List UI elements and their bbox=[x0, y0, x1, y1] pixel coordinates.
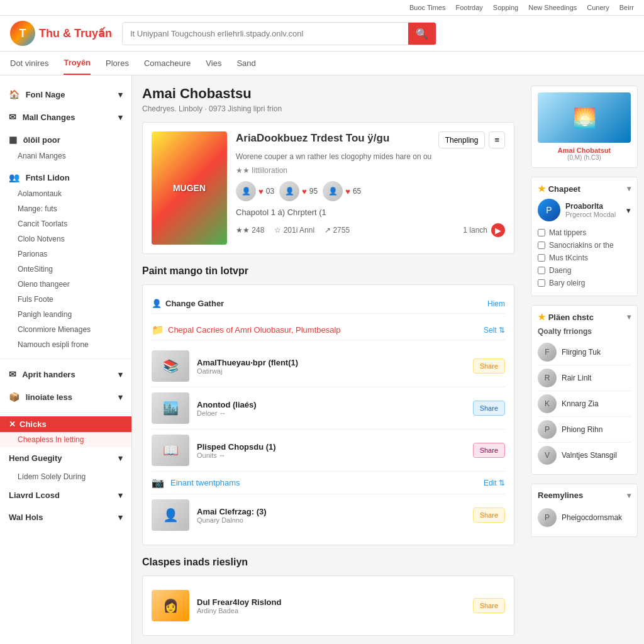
section2-sub-0: Ardiny Badea bbox=[197, 607, 465, 614]
sidebar-header-hend[interactable]: Hend Guegity ▾ bbox=[0, 450, 131, 467]
stat-2: ↗ 2755 bbox=[325, 226, 350, 235]
sidebar-item-panigh[interactable]: Panigh leanding bbox=[0, 307, 131, 322]
stat-0: ★★ 248 bbox=[236, 226, 264, 235]
logo: T Thu & Truyấn bbox=[10, 21, 112, 46]
sidebar-item-clcon[interactable]: Clconmiore Mienages bbox=[0, 322, 131, 337]
folder-action[interactable]: Selt ⇅ bbox=[484, 326, 505, 335]
camera-text: Einant twentphams bbox=[170, 478, 240, 487]
sidebar-header-aprit[interactable]: ✉ Aprit handers ▾ bbox=[0, 365, 131, 383]
sidebar-highlight-chicks[interactable]: ✕ Chicks bbox=[0, 416, 131, 432]
sidebar-item-pario[interactable]: Parionas bbox=[0, 247, 131, 262]
chevron-icon-4: ▾ bbox=[118, 453, 123, 463]
sidebar-header-mall[interactable]: ✉ Mall Changes ▾ bbox=[0, 108, 131, 126]
camera-action[interactable]: Edit ⇅ bbox=[484, 479, 505, 487]
list-item-img-1: 🏙️ bbox=[152, 392, 189, 424]
sidebar-item-lidem[interactable]: Lídem Solely During bbox=[0, 469, 131, 484]
camera-row: 📷 Einant twentphams Edit ⇅ bbox=[152, 472, 505, 494]
checkbox-3[interactable] bbox=[538, 267, 545, 274]
collapse-icon-2[interactable]: ▾ bbox=[627, 313, 631, 321]
sort-button[interactable]: ≡ bbox=[489, 131, 505, 148]
checkbox-2[interactable] bbox=[538, 254, 545, 262]
folder-link[interactable]: 📁 Chepal Cacries of Amri Oluobasur, Plum… bbox=[152, 320, 505, 340]
nav-item-5[interactable]: Sand bbox=[236, 52, 255, 74]
right-card-reemy: Reemylines ▾ P Pheigocdornsmak bbox=[531, 484, 638, 537]
checkbox-0[interactable] bbox=[538, 229, 545, 236]
share-button-last[interactable]: Share bbox=[473, 508, 505, 523]
search-input[interactable] bbox=[123, 24, 408, 43]
sidebar-header-oloit[interactable]: ▦ ôlôil poor bbox=[0, 131, 131, 148]
sidebar-item-fuls[interactable]: Fuls Foote bbox=[0, 292, 131, 307]
content-area: Amai Chobastsu Chedryes. Linboly · 0973 … bbox=[132, 75, 525, 644]
sidebar-section-hend: Hend Guegity ▾ bbox=[0, 447, 131, 469]
right-card-reemy-header: Reemylines ▾ bbox=[538, 491, 631, 500]
share-button-1[interactable]: Share bbox=[473, 401, 505, 416]
topnav-link-5[interactable]: Beirr bbox=[619, 4, 634, 11]
collapse-icon-profile[interactable]: ▾ bbox=[626, 206, 631, 215]
search-button[interactable]: 🔍 bbox=[408, 23, 436, 45]
friend-name-1: Rair Linlt bbox=[562, 374, 591, 382]
sidebar-item-mange[interactable]: Mange: futs bbox=[0, 201, 131, 216]
topnav-link-2[interactable]: Sopping bbox=[493, 4, 518, 11]
avatar-num-1: 95 bbox=[309, 187, 318, 196]
sidebar-item-cancit[interactable]: Cancit Toorlats bbox=[0, 216, 131, 231]
checkbox-4[interactable] bbox=[538, 279, 545, 287]
section1-header-action[interactable]: Hiem bbox=[487, 299, 505, 308]
friends-section-title: Qoalty frriongs bbox=[538, 327, 631, 336]
sidebar-item-oleno[interactable]: Oleno thangeer bbox=[0, 277, 131, 292]
topnav-link-1[interactable]: Footrday bbox=[455, 4, 482, 11]
right-card-friends-header: ★ Pläen chstc ▾ bbox=[538, 312, 631, 322]
collapse-icon-1[interactable]: ▾ bbox=[627, 184, 631, 193]
sidebar-item-clolo[interactable]: Clolo Notvens bbox=[0, 231, 131, 247]
right-card-chapeet-header: ★ Chapeet ▾ bbox=[538, 184, 631, 194]
checkbox-1[interactable] bbox=[538, 242, 545, 249]
sidebar-header-liavrd[interactable]: Liavrd Lcosd ▾ bbox=[0, 487, 131, 504]
section2-title-0: Dul Frear4loy Rislond bbox=[197, 597, 465, 607]
topnav-link-4[interactable]: Cunery bbox=[587, 4, 609, 11]
play-button[interactable]: ▶ bbox=[491, 223, 505, 237]
topnav-link-3[interactable]: New Sheedings bbox=[528, 4, 577, 11]
friend-avatar-3: P bbox=[538, 420, 557, 439]
section2-share-0[interactable]: Share bbox=[473, 598, 505, 613]
sidebar-item-namo[interactable]: Namouch esipli frone bbox=[0, 337, 131, 352]
right-top-sublabel: (0,M) (h.C3) bbox=[538, 154, 631, 161]
filter-button[interactable]: Thenpling bbox=[438, 131, 486, 148]
sidebar-header-fonl[interactable]: 🏠 Fonl Nage ▾ bbox=[0, 86, 131, 103]
friend-3: P Phiong Rihn bbox=[538, 417, 631, 443]
nav-item-1[interactable]: Troyên bbox=[64, 52, 91, 75]
list-item-title-last: Amai Clefrzag: (3) bbox=[197, 507, 465, 516]
nav-item-2[interactable]: Plores bbox=[106, 52, 129, 74]
checklist: Mat tippers Sanocriakins or the Mus tKci… bbox=[538, 226, 631, 289]
section1-card: 👤 Change Gather Hiem 📁 Chepal Cacries of… bbox=[142, 284, 514, 545]
page-title: Amai Chobastsu bbox=[142, 86, 514, 102]
chevron-icon-3: ▾ bbox=[118, 392, 123, 402]
share-button-0[interactable]: Share bbox=[473, 358, 505, 374]
sidebar-item-anani[interactable]: Anani Manges bbox=[0, 148, 131, 164]
sidebar-header-fntsl[interactable]: 👥 Fntsl Lidon bbox=[0, 169, 131, 186]
nav-item-3[interactable]: Comacheure bbox=[144, 52, 191, 74]
friend-name-3: Phiong Rihn bbox=[562, 425, 602, 434]
friend-0: F Flirging Tuk bbox=[538, 340, 631, 365]
avatar-group-2: 👤 ♥ 65 bbox=[323, 181, 361, 201]
reemy-name-0: Pheigocdornsmak bbox=[562, 513, 622, 522]
sidebar-section-fonl: 🏠 Fonl Nage ▾ bbox=[0, 83, 131, 106]
sidebar-item-conte[interactable]: OnteSiting bbox=[0, 262, 131, 277]
collapse-icon-3[interactable]: ▾ bbox=[627, 491, 631, 500]
reemy-0: P Pheigocdornsmak bbox=[538, 505, 631, 530]
top-nav-links: Buoc Times Footrday Sopping New Sheeding… bbox=[409, 4, 634, 11]
right-top-label: Amai Chobatsut bbox=[538, 147, 631, 154]
topnav-link-0[interactable]: Buoc Times bbox=[409, 4, 445, 11]
person-icon: 👤 bbox=[152, 299, 162, 308]
star-icon-1: ★ bbox=[538, 184, 546, 194]
sidebar-sub-cheapless[interactable]: Cheapless In letting bbox=[0, 432, 131, 447]
chapter-info: Chapotol 1 á) Chrptert (1 bbox=[236, 208, 505, 217]
chicks-icon: ✕ bbox=[9, 419, 16, 429]
profile-name: Proaborlta bbox=[565, 202, 616, 211]
nav-item-0[interactable]: Dot vinires bbox=[10, 52, 48, 74]
share-button-2[interactable]: Share bbox=[473, 443, 505, 458]
sidebar-header-linoi[interactable]: 📦 linoiate less ▾ bbox=[0, 388, 131, 406]
nav-item-4[interactable]: Vies bbox=[206, 52, 221, 74]
heart-icon-1: ♥ bbox=[302, 187, 307, 196]
sidebar-item-aolam[interactable]: Aolamontauk bbox=[0, 186, 131, 201]
sidebar-header-wal[interactable]: Wal Hols ▾ bbox=[0, 509, 131, 526]
check-2: Mus tKcints bbox=[538, 252, 631, 264]
